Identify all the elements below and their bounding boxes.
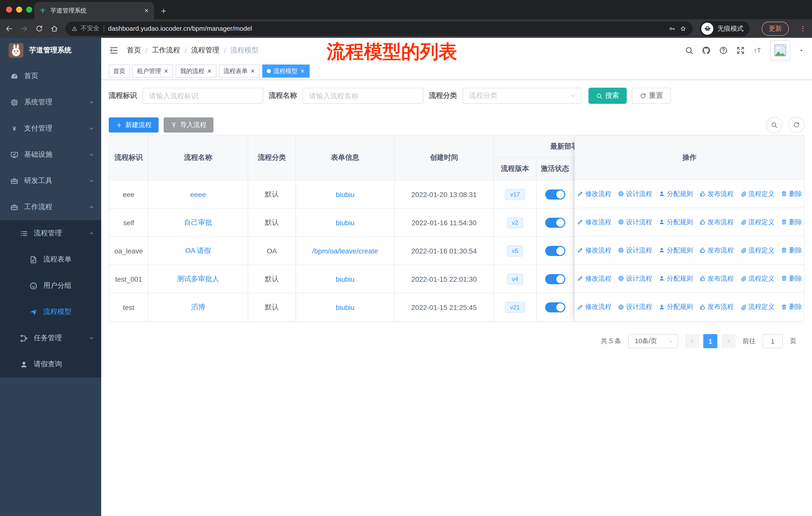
- process-name-link[interactable]: 测试多审批人: [177, 274, 219, 283]
- sidebar-logo[interactable]: 芋道管理系统: [0, 38, 101, 63]
- search-button[interactable]: 搜索: [588, 88, 627, 104]
- form-info-link[interactable]: biubiu: [336, 303, 355, 311]
- breadcrumb-home[interactable]: 首页: [127, 46, 141, 55]
- browser-tab[interactable]: 芋道管理系统: [34, 2, 154, 19]
- sidebar-item-user-group[interactable]: 用户分组: [0, 273, 101, 299]
- tab-process-model[interactable]: 流程模型: [262, 64, 310, 78]
- back-icon[interactable]: [5, 24, 13, 32]
- active-toggle[interactable]: [545, 302, 565, 313]
- sidebar-item-payment[interactable]: ¥支付管理: [0, 115, 101, 142]
- close-icon[interactable]: [300, 69, 305, 74]
- close-icon[interactable]: [164, 69, 169, 74]
- action-delete[interactable]: 删除: [781, 302, 802, 311]
- font-size-icon[interactable]: TT: [753, 46, 762, 55]
- action-assign[interactable]: 分配规则: [658, 246, 693, 255]
- caret-down-icon[interactable]: [799, 47, 805, 53]
- process-name-link[interactable]: 自己审批: [184, 218, 212, 227]
- sidebar-item-task-mgmt[interactable]: 任务管理: [0, 325, 101, 351]
- action-definition[interactable]: 流程定义: [740, 302, 775, 311]
- action-assign[interactable]: 分配规则: [658, 302, 693, 311]
- window-close-button[interactable]: [6, 6, 12, 12]
- sidebar-item-process-form[interactable]: 流程表单: [0, 246, 101, 273]
- browser-menu-icon[interactable]: [799, 24, 807, 32]
- current-page-button[interactable]: 1: [703, 334, 717, 348]
- close-icon[interactable]: [207, 69, 212, 74]
- action-design[interactable]: 设计流程: [617, 189, 652, 198]
- action-delete[interactable]: 删除: [781, 246, 802, 255]
- action-delete[interactable]: 删除: [781, 217, 802, 226]
- form-info-link[interactable]: biubiu: [336, 275, 355, 283]
- action-publish[interactable]: 发布流程: [699, 246, 734, 255]
- next-page-button[interactable]: [721, 334, 735, 348]
- action-design[interactable]: 设计流程: [617, 302, 652, 311]
- sidebar-item-home[interactable]: 首页: [0, 63, 101, 89]
- action-definition[interactable]: 流程定义: [740, 274, 775, 283]
- action-design[interactable]: 设计流程: [617, 274, 652, 283]
- password-key-icon[interactable]: [669, 25, 675, 32]
- sidebar-item-process-model[interactable]: 流程模型: [0, 299, 101, 325]
- active-toggle[interactable]: [545, 246, 565, 256]
- home-icon[interactable]: [50, 24, 58, 32]
- form-info-link[interactable]: /bpm/oa/leave/create: [312, 247, 378, 255]
- action-modify[interactable]: 修改流程: [577, 274, 611, 283]
- action-assign[interactable]: 分配规则: [658, 274, 693, 283]
- reload-icon[interactable]: [35, 24, 43, 32]
- action-delete[interactable]: 删除: [781, 274, 802, 283]
- action-publish[interactable]: 发布流程: [699, 217, 734, 226]
- active-toggle[interactable]: [545, 274, 565, 284]
- version-badge[interactable]: v2: [507, 217, 523, 228]
- process-category-select[interactable]: 流程分类: [463, 88, 581, 104]
- sidebar-item-system[interactable]: 系统管理: [0, 89, 101, 115]
- tab-my-process[interactable]: 我的流程: [176, 64, 216, 78]
- action-modify[interactable]: 修改流程: [577, 302, 611, 311]
- version-badge[interactable]: v4: [507, 273, 523, 284]
- process-name-link[interactable]: OA 请假: [185, 246, 211, 255]
- version-badge[interactable]: v5: [507, 245, 523, 256]
- search-icon[interactable]: [685, 46, 694, 55]
- refresh-table-button[interactable]: [788, 117, 805, 133]
- version-badge[interactable]: v17: [505, 189, 525, 200]
- sidebar-item-devtools[interactable]: 研发工具: [0, 168, 101, 194]
- action-design[interactable]: 设计流程: [617, 246, 652, 255]
- action-definition[interactable]: 流程定义: [740, 217, 775, 226]
- close-icon[interactable]: [250, 69, 255, 74]
- fullscreen-icon[interactable]: [736, 46, 745, 55]
- action-assign[interactable]: 分配规则: [658, 189, 693, 198]
- form-info-link[interactable]: biubiu: [336, 190, 355, 198]
- sidebar-item-infra[interactable]: 基础设施: [0, 142, 101, 168]
- reset-button[interactable]: 重置: [632, 88, 671, 104]
- toggle-search-button[interactable]: [766, 117, 782, 133]
- action-design[interactable]: 设计流程: [617, 217, 652, 226]
- process-name-link[interactable]: 滔博: [191, 303, 205, 312]
- action-publish[interactable]: 发布流程: [699, 274, 734, 283]
- create-process-button[interactable]: 新建流程: [109, 117, 158, 133]
- action-modify[interactable]: 修改流程: [577, 189, 611, 198]
- action-modify[interactable]: 修改流程: [577, 246, 611, 255]
- active-toggle[interactable]: [545, 189, 565, 199]
- new-tab-button[interactable]: [160, 7, 167, 15]
- sidebar-item-process-mgmt[interactable]: 流程管理: [0, 220, 101, 246]
- window-minimize-button[interactable]: [16, 6, 22, 12]
- chrome-update-button[interactable]: 更新: [762, 21, 789, 35]
- active-toggle[interactable]: [545, 217, 565, 227]
- page-size-select[interactable]: 10条/页: [628, 334, 678, 348]
- process-name-link[interactable]: eeee: [190, 190, 206, 198]
- sidebar-item-leave-query[interactable]: 请假查询: [0, 351, 101, 377]
- action-publish[interactable]: 发布流程: [699, 302, 734, 311]
- breadcrumb-workflow[interactable]: 工作流程: [152, 46, 180, 55]
- sidebar-item-workflow[interactable]: 工作流程: [0, 194, 101, 220]
- goto-page-input[interactable]: [763, 334, 783, 348]
- hamburger-icon[interactable]: [109, 45, 119, 55]
- help-icon[interactable]: [719, 46, 728, 55]
- prev-page-button[interactable]: [685, 334, 699, 348]
- version-badge[interactable]: v21: [505, 302, 525, 313]
- process-id-input[interactable]: [142, 88, 263, 104]
- action-publish[interactable]: 发布流程: [699, 189, 734, 198]
- tab-home[interactable]: 首页: [109, 64, 130, 78]
- import-process-button[interactable]: 导入流程: [164, 117, 213, 133]
- action-delete[interactable]: 删除: [781, 189, 802, 198]
- action-definition[interactable]: 流程定义: [740, 246, 775, 255]
- bookmark-star-icon[interactable]: [679, 25, 687, 32]
- address-bar[interactable]: 不安全 dashboard.yudao.iocoder.cn/bpm/manag…: [65, 21, 693, 35]
- form-info-link[interactable]: biubiu: [336, 218, 355, 226]
